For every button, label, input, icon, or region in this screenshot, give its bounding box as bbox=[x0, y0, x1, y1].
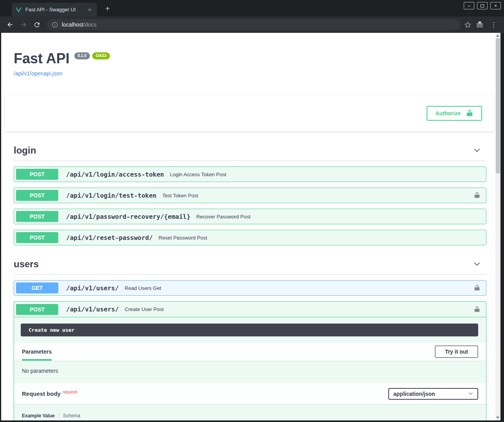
request-body-label: Request bodyrequired bbox=[22, 390, 77, 397]
media-type-select[interactable]: application/json bbox=[388, 388, 478, 400]
select-chevron-icon bbox=[468, 391, 473, 396]
title-badges: 0.1.0 OAS3 bbox=[74, 52, 110, 59]
toolbar-right: ⋮ bbox=[464, 21, 500, 29]
openapi-spec-link[interactable]: /api/v1/openapi.json bbox=[14, 70, 63, 77]
tab-title: Fast API - Swagger UI bbox=[25, 7, 86, 13]
forward-button[interactable] bbox=[17, 18, 30, 31]
version-badge: 0.1.0 bbox=[74, 52, 90, 59]
auth-lock-button[interactable] bbox=[474, 306, 481, 313]
scrollbar-down-arrow-icon[interactable] bbox=[496, 417, 499, 419]
section-login-header[interactable]: login bbox=[14, 143, 486, 161]
incognito-icon bbox=[475, 21, 484, 29]
api-info: Fast API 0.1.0 OAS3 /api/v1/openapi.json bbox=[14, 52, 485, 77]
endpoint-summary: Test Token Post bbox=[162, 193, 198, 198]
method-badge: POST bbox=[16, 232, 58, 243]
favicon-v-icon bbox=[16, 7, 22, 13]
bookmark-star-icon[interactable] bbox=[464, 21, 472, 29]
authorize-button[interactable]: Authorize bbox=[427, 106, 482, 121]
tab-example-value[interactable]: Example Value bbox=[22, 413, 55, 418]
browser-tab[interactable]: Fast API - Swagger UI × bbox=[12, 3, 97, 16]
endpoint-expanded-block: POST /api/v1/users/ Create User Post Cre… bbox=[14, 301, 486, 420]
endpoint-summary: Login Access Token Post bbox=[170, 172, 226, 177]
section-users-title: users bbox=[14, 259, 39, 270]
method-badge: POST bbox=[16, 211, 58, 222]
window-controls: – × bbox=[464, 2, 501, 9]
scheme-container: Authorize bbox=[5, 95, 494, 132]
method-badge: POST bbox=[16, 190, 58, 201]
operation-description: Create new user bbox=[21, 324, 478, 336]
try-it-out-button[interactable]: Try it out bbox=[435, 345, 478, 358]
reload-button[interactable] bbox=[30, 18, 43, 31]
section-users-header[interactable]: users bbox=[14, 256, 486, 275]
page-content: Fast API 0.1.0 OAS3 /api/v1/openapi.json… bbox=[1, 33, 495, 420]
section-login: login POST /api/v1/login/access-token Lo… bbox=[14, 143, 486, 245]
endpoint-path: /api/v1/login/access-token bbox=[66, 171, 164, 178]
url-text: localhost/docs bbox=[62, 21, 97, 28]
model-tabs: Example Value Schema bbox=[22, 413, 478, 418]
endpoint-path: /api/v1/users/ bbox=[66, 284, 119, 292]
endpoint-summary: Reset Password Post bbox=[159, 235, 207, 241]
browser-toolbar: localhost/docs ⋮ bbox=[0, 16, 504, 33]
close-button[interactable]: × bbox=[490, 2, 501, 9]
method-badge: POST bbox=[16, 304, 58, 315]
menu-kebab-icon[interactable]: ⋮ bbox=[488, 21, 499, 29]
maximize-button[interactable] bbox=[477, 2, 488, 9]
section-login-title: login bbox=[14, 145, 36, 156]
scrollbar-up-arrow-icon[interactable] bbox=[496, 34, 499, 37]
tab-close-icon[interactable]: × bbox=[86, 6, 93, 13]
endpoint-summary: Read Users Get bbox=[125, 285, 161, 291]
section-users: users GET /api/v1/users/ Read Users Get … bbox=[14, 256, 486, 420]
endpoint-row[interactable]: POST /api/v1/password-recovery/{email} R… bbox=[14, 209, 486, 224]
endpoint-row[interactable]: POST /api/v1/login/access-token Login Ac… bbox=[14, 166, 486, 182]
chevron-down-icon[interactable] bbox=[473, 260, 481, 268]
required-label: required bbox=[63, 390, 77, 394]
endpoint-summary: Create User Post bbox=[125, 306, 164, 312]
method-badge: GET bbox=[16, 283, 58, 293]
scrollbar-thumb[interactable] bbox=[496, 38, 500, 173]
endpoint-path: /api/v1/reset-password/ bbox=[66, 234, 153, 241]
tab-divider bbox=[59, 413, 59, 418]
chevron-down-icon[interactable] bbox=[473, 147, 481, 154]
oas3-badge: OAS3 bbox=[92, 52, 110, 59]
tab-parameters: Parameters bbox=[22, 343, 52, 361]
endpoint-path: /api/v1/login/test-token bbox=[66, 192, 156, 199]
auth-lock-button[interactable] bbox=[474, 192, 481, 199]
endpoint-row[interactable]: GET /api/v1/users/ Read Users Get bbox=[14, 280, 486, 296]
media-type-value: application/json bbox=[393, 391, 435, 397]
address-bar[interactable]: localhost/docs bbox=[47, 19, 460, 30]
titlebar: Fast API - Swagger UI × + – × bbox=[0, 0, 504, 16]
endpoint-row[interactable]: POST /api/v1/users/ Create User Post bbox=[14, 302, 486, 317]
maximize-icon bbox=[481, 4, 484, 7]
authorize-label: Authorize bbox=[435, 110, 461, 116]
new-tab-button[interactable]: + bbox=[102, 4, 113, 14]
endpoint-summary: Recover Password Post bbox=[196, 214, 251, 220]
minimize-button[interactable]: – bbox=[464, 2, 474, 9]
no-parameters-text: No parameters bbox=[14, 361, 486, 383]
page-scrollbar[interactable] bbox=[495, 33, 500, 420]
endpoint-row[interactable]: POST /api/v1/login/test-token Test Token… bbox=[14, 188, 486, 203]
back-button[interactable] bbox=[4, 18, 16, 31]
unlocked-padlock-icon bbox=[466, 109, 474, 117]
browser-window: Fast API - Swagger UI × + – × localhost/… bbox=[0, 0, 504, 422]
page-info-icon[interactable] bbox=[52, 21, 58, 28]
parameters-header: Parameters Try it out bbox=[14, 343, 486, 361]
request-body-header: Request bodyrequired application/json bbox=[14, 383, 486, 404]
auth-lock-button[interactable] bbox=[474, 284, 481, 291]
endpoint-path: /api/v1/users/ bbox=[66, 306, 119, 313]
tab-schema[interactable]: Schema bbox=[63, 413, 80, 418]
endpoint-row[interactable]: POST /api/v1/reset-password/ Reset Passw… bbox=[14, 230, 486, 245]
page-title: Fast API bbox=[14, 52, 70, 66]
method-badge: POST bbox=[16, 169, 58, 180]
endpoint-path: /api/v1/password-recovery/{email} bbox=[66, 213, 190, 220]
model-example-area: Example Value Schema { bbox=[14, 404, 486, 420]
